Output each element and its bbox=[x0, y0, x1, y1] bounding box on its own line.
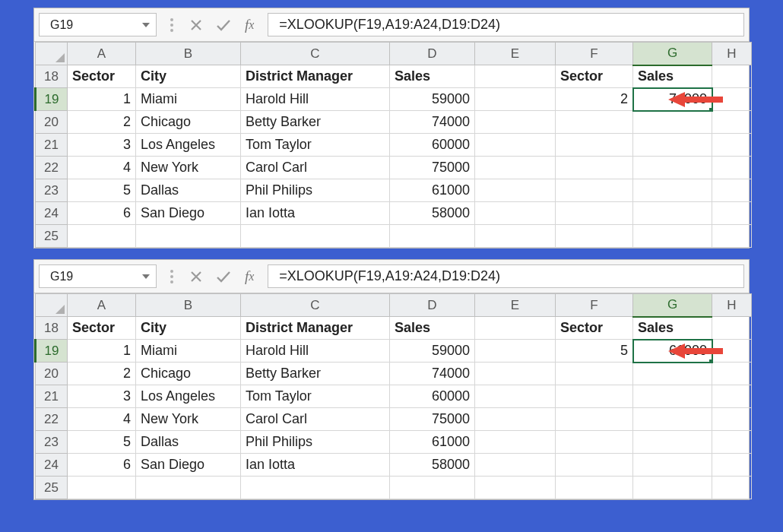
cell[interactable]: 74000 bbox=[633, 88, 712, 111]
cell[interactable] bbox=[712, 385, 752, 408]
cell[interactable] bbox=[712, 454, 752, 477]
spreadsheet-grid[interactable]: ABCDEFGH18SectorCityDistrict ManagerSale… bbox=[34, 293, 749, 499]
cell[interactable] bbox=[475, 385, 556, 408]
row-header[interactable]: 23 bbox=[36, 431, 68, 454]
fx-icon[interactable]: fx bbox=[245, 17, 254, 33]
cell[interactable] bbox=[712, 88, 752, 111]
cell[interactable]: Betty Barker bbox=[241, 363, 390, 385]
cell[interactable] bbox=[475, 363, 556, 385]
cell[interactable]: Los Angeles bbox=[136, 385, 241, 408]
cell[interactable]: 2 bbox=[68, 363, 136, 385]
cell[interactable]: Chicago bbox=[136, 111, 241, 134]
cell[interactable] bbox=[712, 225, 752, 248]
cell[interactable] bbox=[556, 408, 633, 431]
cell[interactable] bbox=[475, 111, 556, 134]
row-header[interactable]: 24 bbox=[36, 454, 68, 477]
cell[interactable]: 58000 bbox=[390, 202, 475, 225]
cell[interactable] bbox=[712, 340, 752, 363]
cancel-icon[interactable] bbox=[190, 271, 202, 283]
cell[interactable] bbox=[475, 134, 556, 157]
formula-input[interactable]: =XLOOKUP(F19,A19:A24,D19:D24) bbox=[268, 13, 744, 36]
cell[interactable] bbox=[475, 88, 556, 111]
cell[interactable]: 60000 bbox=[390, 385, 475, 408]
cell[interactable] bbox=[712, 157, 752, 179]
cell[interactable]: 58000 bbox=[390, 454, 475, 477]
column-header[interactable]: G bbox=[633, 43, 712, 65]
cell[interactable] bbox=[556, 454, 633, 477]
cell[interactable]: 2 bbox=[68, 111, 136, 134]
column-header[interactable]: B bbox=[136, 294, 241, 317]
cell[interactable]: Sales bbox=[390, 317, 475, 340]
row-header[interactable]: 18 bbox=[36, 317, 68, 340]
cell[interactable] bbox=[475, 477, 556, 499]
cell[interactable] bbox=[390, 477, 475, 499]
column-header[interactable]: D bbox=[390, 294, 475, 317]
cell[interactable] bbox=[633, 134, 712, 157]
cell[interactable] bbox=[712, 317, 752, 340]
cell[interactable]: 5 bbox=[68, 431, 136, 454]
cell[interactable] bbox=[475, 179, 556, 202]
column-header[interactable]: F bbox=[556, 43, 633, 65]
row-header[interactable]: 21 bbox=[36, 385, 68, 408]
cell[interactable] bbox=[136, 477, 241, 499]
cell[interactable] bbox=[633, 225, 712, 248]
cell[interactable] bbox=[475, 340, 556, 363]
cell[interactable]: Harold Hill bbox=[241, 88, 390, 111]
cell[interactable] bbox=[556, 363, 633, 385]
cell[interactable]: 4 bbox=[68, 157, 136, 179]
column-header[interactable]: F bbox=[556, 294, 633, 317]
cell[interactable] bbox=[712, 134, 752, 157]
more-icon[interactable] bbox=[170, 270, 176, 283]
cell[interactable]: City bbox=[136, 317, 241, 340]
cell[interactable]: Carol Carl bbox=[241, 408, 390, 431]
cell[interactable]: Ian Iotta bbox=[241, 202, 390, 225]
cell[interactable]: Miami bbox=[136, 340, 241, 363]
column-header[interactable]: C bbox=[241, 43, 390, 65]
column-header[interactable]: D bbox=[390, 43, 475, 65]
cell[interactable] bbox=[556, 225, 633, 248]
row-header[interactable]: 23 bbox=[36, 179, 68, 202]
more-icon[interactable] bbox=[170, 18, 176, 32]
cell[interactable]: Betty Barker bbox=[241, 111, 390, 134]
cell[interactable] bbox=[633, 202, 712, 225]
cell[interactable] bbox=[633, 179, 712, 202]
cell[interactable]: 75000 bbox=[390, 157, 475, 179]
cell[interactable] bbox=[556, 111, 633, 134]
cell[interactable]: Chicago bbox=[136, 363, 241, 385]
cell[interactable] bbox=[241, 225, 390, 248]
cell[interactable]: District Manager bbox=[241, 317, 390, 340]
cell[interactable]: Carol Carl bbox=[241, 157, 390, 179]
cell[interactable]: Sector bbox=[68, 317, 136, 340]
cell[interactable]: Sector bbox=[556, 65, 633, 88]
spreadsheet-grid[interactable]: ABCDEFGH18SectorCityDistrict ManagerSale… bbox=[34, 42, 749, 248]
column-header[interactable]: H bbox=[712, 294, 752, 317]
cell[interactable] bbox=[475, 225, 556, 248]
cell[interactable]: San Diego bbox=[136, 454, 241, 477]
cell[interactable] bbox=[556, 202, 633, 225]
cell[interactable] bbox=[556, 134, 633, 157]
cell[interactable] bbox=[556, 385, 633, 408]
cell[interactable]: San Diego bbox=[136, 202, 241, 225]
dropdown-icon[interactable] bbox=[142, 274, 150, 279]
cell[interactable] bbox=[556, 157, 633, 179]
cell[interactable]: 59000 bbox=[390, 88, 475, 111]
cell[interactable] bbox=[712, 431, 752, 454]
cancel-icon[interactable] bbox=[190, 19, 202, 31]
cell[interactable]: 61000 bbox=[390, 431, 475, 454]
cell[interactable]: Harold Hill bbox=[241, 340, 390, 363]
cell[interactable]: District Manager bbox=[241, 65, 390, 88]
column-header[interactable]: A bbox=[68, 43, 136, 65]
row-header[interactable]: 25 bbox=[36, 477, 68, 499]
cell[interactable] bbox=[475, 157, 556, 179]
cell[interactable]: 3 bbox=[68, 134, 136, 157]
row-header[interactable]: 22 bbox=[36, 157, 68, 179]
cell[interactable]: Phil Philips bbox=[241, 431, 390, 454]
cell[interactable] bbox=[475, 408, 556, 431]
cell[interactable] bbox=[241, 477, 390, 499]
cell[interactable] bbox=[712, 202, 752, 225]
cell[interactable]: City bbox=[136, 65, 241, 88]
cell[interactable] bbox=[712, 408, 752, 431]
cell[interactable] bbox=[633, 454, 712, 477]
cell[interactable]: 5 bbox=[68, 179, 136, 202]
cell[interactable]: 3 bbox=[68, 385, 136, 408]
